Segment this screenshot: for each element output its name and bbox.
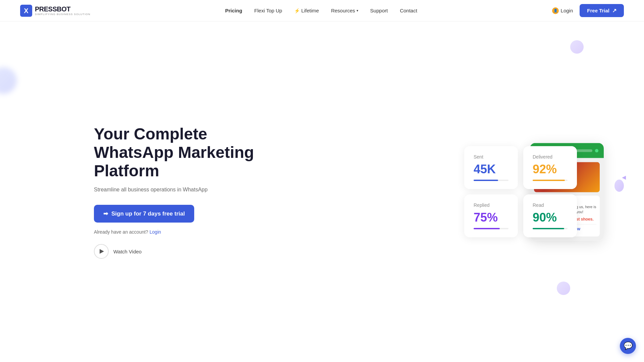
stat-bar-delivered [533, 180, 568, 181]
free-trial-button[interactable]: Free Trial ↗ [580, 4, 624, 17]
play-icon [100, 249, 104, 254]
login-button[interactable]: 👤 Login [552, 7, 573, 14]
user-icon: 👤 [552, 7, 559, 14]
login-hint: Already have an account? Login [94, 229, 268, 235]
hero-right: Sent 45K Delivered 92% Replied [464, 146, 577, 237]
watch-video-button[interactable]: Watch Video [94, 244, 268, 259]
nav-links: Pricing Flexi Top Up ⚡ Lifetime Resource… [225, 8, 417, 13]
nav-actions: 👤 Login Free Trial ↗ [552, 4, 624, 17]
stat-card-sent: Sent 45K [464, 146, 518, 189]
stat-value-delivered: 92% [533, 162, 568, 176]
stat-value-read: 90% [533, 210, 568, 225]
stat-label-sent: Sent [474, 154, 508, 160]
nav-link-support[interactable]: Support [370, 8, 388, 13]
stat-bar-fill-sent [474, 180, 498, 181]
logo-text: PRESSBOT [35, 5, 70, 13]
stat-label-replied: Replied [474, 202, 508, 208]
nav-link-flexi[interactable]: Flexi Top Up [254, 8, 282, 13]
nav-link-pricing[interactable]: Pricing [225, 8, 242, 13]
signup-cta-button[interactable]: ➡ Sign up for 7 days free trial [94, 205, 194, 223]
play-button[interactable] [94, 244, 109, 259]
nav-link-contact[interactable]: Contact [400, 8, 417, 13]
chat-icon: 💬 [624, 342, 633, 350]
stat-bar-read [533, 228, 568, 229]
stat-bar-fill-read [533, 228, 564, 229]
nav-link-lifetime[interactable]: ⚡ Lifetime [294, 8, 319, 13]
hero-section: Your Complete WhatsApp Marketing Platfor… [0, 0, 644, 362]
stat-label-delivered: Delivered [533, 154, 568, 160]
stat-bar-fill-replied [474, 228, 500, 229]
arrow-right-icon: ↗ [612, 7, 616, 14]
stat-bar-sent [474, 180, 508, 181]
stat-label-read: Read [533, 202, 568, 208]
logo[interactable]: X PRESSBOT SIMPLIFYING BUSINESS SOLUTION [20, 5, 90, 17]
watch-video-label: Watch Video [113, 249, 142, 254]
navbar: X PRESSBOT SIMPLIFYING BUSINESS SOLUTION… [0, 0, 644, 21]
nav-link-resources[interactable]: Resources ▾ [331, 8, 358, 13]
stat-card-replied: Replied 75% [464, 194, 518, 237]
stat-bar-replied [474, 228, 508, 229]
logo-subtext: SIMPLIFYING BUSINESS SOLUTION [35, 13, 90, 16]
stat-card-read: Read 90% [523, 194, 577, 237]
hero-subtitle: Streamline all business operations in Wh… [94, 187, 268, 193]
login-link[interactable]: Login [150, 229, 161, 235]
logo-icon: X [20, 5, 32, 17]
wp-status-dot [595, 149, 598, 152]
hero-title: Your Complete WhatsApp Marketing Platfor… [94, 125, 268, 180]
stats-grid: Sent 45K Delivered 92% Replied [464, 146, 577, 237]
stat-card-delivered: Delivered 92% [523, 146, 577, 189]
stat-bar-fill-delivered [533, 180, 565, 181]
lifetime-icon: ⚡ [294, 8, 300, 13]
chat-widget[interactable]: 💬 [620, 338, 636, 354]
signin-icon: ➡ [103, 210, 108, 217]
stat-value-replied: 75% [474, 210, 508, 225]
stat-value-sent: 45K [474, 162, 508, 176]
chevron-down-icon: ▾ [357, 9, 358, 12]
svg-text:X: X [24, 7, 29, 14]
hero-left: Your Complete WhatsApp Marketing Platfor… [94, 125, 268, 259]
